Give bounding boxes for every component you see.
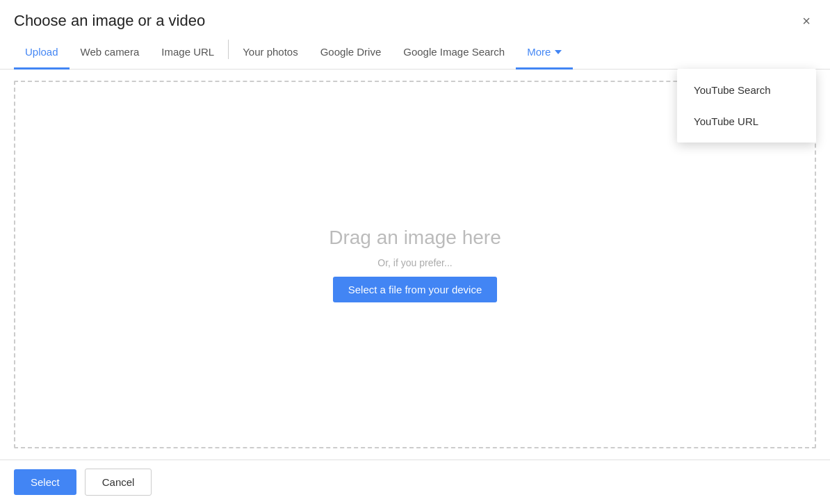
dropdown-item-youtube-search[interactable]: YouTube Search (677, 74, 816, 106)
dialog-footer: Select Cancel (0, 460, 830, 504)
tab-web-camera[interactable]: Web camera (70, 36, 151, 70)
tab-google-image-search[interactable]: Google Image Search (392, 36, 516, 70)
tabs-bar: Upload Web camera Image URL Your photos … (0, 36, 830, 70)
dropdown-menu: YouTube Search YouTube URL (677, 69, 816, 143)
tab-separator (228, 40, 229, 59)
more-tab-label: More (527, 46, 551, 58)
select-button[interactable]: Select (14, 469, 76, 495)
dropdown-item-youtube-url[interactable]: YouTube URL (677, 106, 816, 137)
dialog-header: Choose an image or a video × (0, 0, 830, 31)
tab-upload[interactable]: Upload (14, 36, 70, 70)
dialog: Choose an image or a video × Upload Web … (0, 0, 830, 504)
drag-text: Drag an image here (329, 227, 501, 249)
select-file-button[interactable]: Select a file from your device (333, 277, 498, 302)
or-prefer-text: Or, if you prefer... (377, 257, 452, 268)
chevron-down-icon (555, 50, 562, 54)
dialog-title: Choose an image or a video (14, 12, 205, 30)
tab-more[interactable]: More (516, 36, 573, 70)
cancel-button[interactable]: Cancel (85, 469, 152, 496)
close-button[interactable]: × (797, 11, 816, 31)
tab-google-drive[interactable]: Google Drive (309, 36, 393, 70)
tab-image-url[interactable]: Image URL (150, 36, 225, 70)
tab-your-photos[interactable]: Your photos (231, 36, 309, 70)
